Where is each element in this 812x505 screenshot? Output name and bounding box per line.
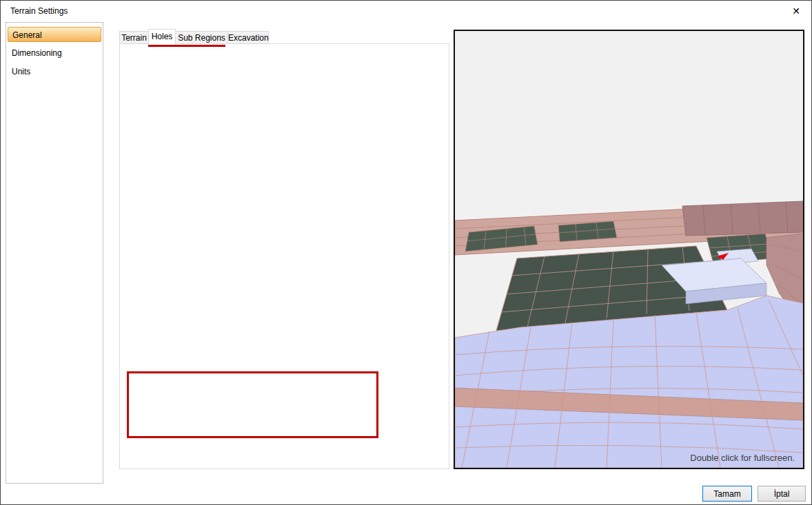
terrain-3d-preview[interactable]: Double click for fullscreen. [454,30,804,469]
annotation-underline [148,45,225,47]
cancel-button[interactable]: İptal [758,486,806,502]
title-bar: Terrain Settings ✕ [1,1,811,21]
terrain-3d-render [455,31,803,468]
tab-terrain[interactable]: Terrain [119,31,149,44]
tab-holes[interactable]: Holes [148,29,176,45]
sidebar-item-units[interactable]: Units [8,64,101,79]
annotation-highlight-box [127,371,378,438]
tab-excavation[interactable]: Excavation [227,31,269,44]
ok-button[interactable]: Tamam [702,486,752,502]
sidebar-item-general[interactable]: General [8,27,101,42]
fullscreen-hint: Double click for fullscreen. [690,453,795,463]
tab-sub-regions[interactable]: Sub Regions [175,31,228,44]
window-title: Terrain Settings [10,6,68,16]
sidebar-item-dimensioning[interactable]: Dimensioning [8,45,101,61]
sidebar: General Dimensioning Units [6,22,103,484]
close-icon[interactable]: ✕ [788,4,804,18]
terrain-settings-dialog: Terrain Settings ✕ General Dimensioning … [0,0,812,505]
